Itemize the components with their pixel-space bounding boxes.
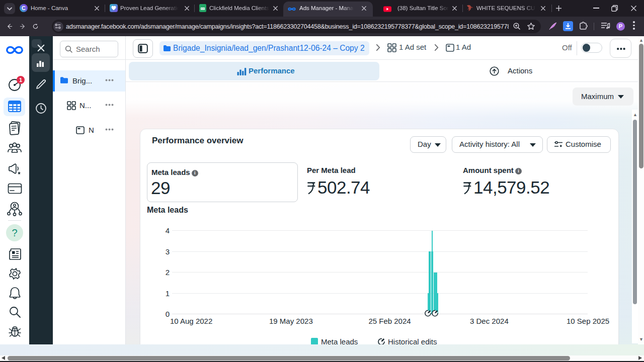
svg-text:C: C [22,5,26,11]
